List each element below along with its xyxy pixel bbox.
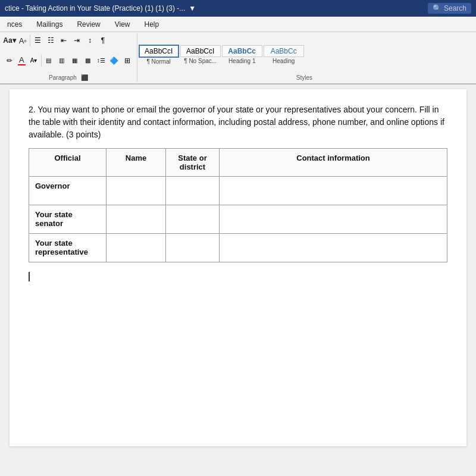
style-h1-label: Heading 1 bbox=[228, 58, 256, 64]
eraser-button[interactable]: ✏ bbox=[4, 55, 15, 67]
search-box[interactable]: 🔍 Search bbox=[428, 3, 471, 14]
header-contact: Contact information bbox=[220, 149, 447, 177]
style-h1-preview[interactable]: AaBbCc bbox=[222, 45, 262, 57]
align-left-button[interactable]: ▤ bbox=[43, 55, 55, 67]
list-number-button[interactable]: ☷ bbox=[45, 35, 57, 46]
question-text: 2. You may want to phone or email the go… bbox=[29, 104, 447, 141]
table-row-governor: Governor bbox=[29, 177, 447, 205]
ribbon: Aa▾ Ao ☰ ☷ ⇤ ⇥ ↕ ¶ ✏ A A▾ ▤ ▥ ▦ ▩ ↕☰ 🔷 ⊞… bbox=[0, 32, 476, 84]
paragraph-section-label: Paragraph ⬛ bbox=[4, 74, 133, 81]
font-aa-button[interactable]: Aa▾ bbox=[4, 35, 15, 46]
menu-item-help[interactable]: Help bbox=[142, 19, 162, 30]
style-h1[interactable]: AaBbCc Heading 1 bbox=[222, 45, 262, 64]
cell-senator-contact[interactable] bbox=[220, 205, 447, 234]
indent-increase-button[interactable]: ⇥ bbox=[71, 35, 83, 46]
header-official: Official bbox=[29, 149, 107, 177]
style-normal-label: ¶ Normal bbox=[146, 58, 170, 65]
menu-bar: nces Mailings Review View Help bbox=[0, 17, 476, 32]
document-area: 2. You may want to phone or email the go… bbox=[10, 89, 466, 446]
table-row-representative: Your staterepresentative bbox=[29, 234, 447, 262]
menu-item-mailings[interactable]: Mailings bbox=[34, 19, 65, 30]
pilcrow-button[interactable]: ¶ bbox=[97, 35, 109, 46]
window-title: ctice - Taking Action in Your State (Pra… bbox=[5, 4, 185, 12]
border-button[interactable]: ⊞ bbox=[121, 55, 133, 67]
contact-table: Official Name State ordistrict Contact i… bbox=[29, 148, 447, 262]
cell-rep-name[interactable] bbox=[107, 234, 166, 262]
font-a-button[interactable]: Ao bbox=[17, 35, 29, 46]
align-center-button[interactable]: ▥ bbox=[56, 55, 68, 67]
cursor-area bbox=[29, 270, 447, 281]
cell-senator-state[interactable] bbox=[166, 205, 220, 234]
style-nospace-preview[interactable]: AaBbCcI bbox=[180, 45, 221, 57]
cell-senator-name[interactable] bbox=[107, 205, 166, 234]
styles-section-label: Styles bbox=[139, 74, 470, 81]
cell-rep-official[interactable]: Your staterepresentative bbox=[29, 234, 107, 262]
table-header-row: Official Name State ordistrict Contact i… bbox=[29, 149, 447, 177]
menu-item-review[interactable]: Review bbox=[74, 19, 102, 30]
font-row1: Aa▾ Ao ☰ ☷ ⇤ ⇥ ↕ ¶ bbox=[4, 35, 133, 46]
style-nospace-label: ¶ No Spac... bbox=[184, 58, 217, 64]
cell-senator-official[interactable]: Your statesenator bbox=[29, 205, 107, 234]
menu-item-nces[interactable]: nces bbox=[5, 19, 24, 30]
font-section: Aa▾ Ao ☰ ☷ ⇤ ⇥ ↕ ¶ ✏ A A▾ ▤ ▥ ▦ ▩ ↕☰ 🔷 ⊞… bbox=[2, 33, 137, 82]
list-bullet-button[interactable]: ☰ bbox=[32, 35, 43, 46]
cell-governor-name[interactable] bbox=[107, 177, 166, 205]
cell-governor-state[interactable] bbox=[166, 177, 220, 205]
cell-rep-contact[interactable] bbox=[220, 234, 447, 262]
font-a2-button[interactable]: A▾ bbox=[28, 55, 40, 67]
header-state: State ordistrict bbox=[166, 149, 220, 177]
styles-buttons: AaBbCcI ¶ Normal AaBbCcI ¶ No Spac... Aa… bbox=[139, 35, 470, 74]
sort-button[interactable]: ↕ bbox=[84, 35, 96, 46]
cell-governor-contact[interactable] bbox=[220, 177, 447, 205]
font-a-underline: A bbox=[18, 55, 26, 65]
style-h2[interactable]: AaBbCc Heading bbox=[264, 45, 304, 64]
cell-governor-official[interactable]: Governor bbox=[29, 177, 107, 205]
search-icon: 🔍 bbox=[433, 4, 441, 12]
style-normal[interactable]: AaBbCcI ¶ Normal bbox=[139, 45, 179, 65]
style-h1-text: AaBbCc bbox=[228, 47, 256, 55]
align-justify-button[interactable]: ▩ bbox=[82, 55, 94, 67]
paragraph-label: Paragraph bbox=[49, 74, 77, 81]
style-nospace-text: AaBbCcI bbox=[186, 47, 214, 55]
shading-button[interactable]: 🔷 bbox=[108, 55, 120, 67]
text-cursor bbox=[29, 272, 30, 281]
indent-decrease-button[interactable]: ⇤ bbox=[58, 35, 70, 46]
style-h2-label: Heading bbox=[273, 58, 295, 64]
cell-rep-state[interactable] bbox=[166, 234, 220, 262]
line-spacing-button[interactable]: ↕☰ bbox=[95, 55, 107, 67]
style-normal-preview[interactable]: AaBbCcI bbox=[139, 45, 179, 58]
style-h2-text: AaBbCc bbox=[271, 47, 297, 55]
styles-label: Styles bbox=[296, 74, 312, 81]
title-bar: ctice - Taking Action in Your State (Pra… bbox=[0, 0, 476, 17]
align-right-button[interactable]: ▦ bbox=[69, 55, 81, 67]
search-placeholder: Search bbox=[444, 4, 466, 12]
table-row-senator: Your statesenator bbox=[29, 205, 447, 234]
dropdown-arrow[interactable]: ▼ bbox=[189, 4, 196, 12]
paragraph-expand-icon[interactable]: ⬛ bbox=[81, 74, 88, 81]
header-name: Name bbox=[107, 149, 166, 177]
style-nospace[interactable]: AaBbCcI ¶ No Spac... bbox=[180, 45, 221, 64]
style-normal-text: AaBbCcI bbox=[145, 47, 173, 55]
title-bar-left: ctice - Taking Action in Your State (Pra… bbox=[5, 4, 196, 12]
font-row2: ✏ A A▾ ▤ ▥ ▦ ▩ ↕☰ 🔷 ⊞ bbox=[4, 55, 133, 67]
styles-section: AaBbCcI ¶ Normal AaBbCcI ¶ No Spac... Aa… bbox=[137, 33, 474, 82]
menu-item-view[interactable]: View bbox=[112, 19, 133, 30]
style-h2-preview[interactable]: AaBbCc bbox=[264, 45, 304, 57]
